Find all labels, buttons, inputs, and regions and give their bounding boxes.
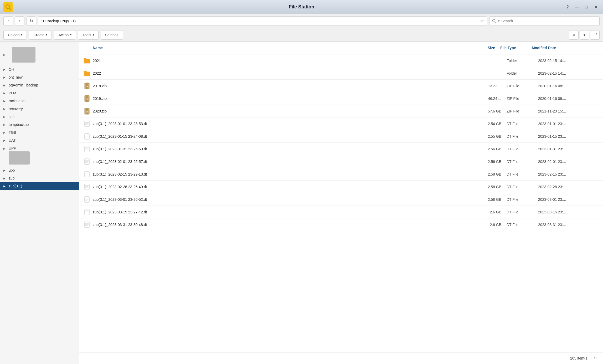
- file-date: 2023-02-01 23:...: [538, 160, 599, 164]
- table-row[interactable]: zup(3.1)_2023-03-15 23-27-42.dt 2.6 GB D…: [79, 206, 603, 218]
- sidebar-item-oht-new[interactable]: ▶ oht_new: [0, 73, 79, 81]
- file-type: DT File: [501, 160, 538, 164]
- favorite-button[interactable]: ☆: [480, 18, 484, 24]
- table-row[interactable]: 2021 Folder 2023-02-15 14:...: [79, 54, 603, 67]
- sidebar-item-pgadmin[interactable]: ▶ pgAdmin_ backup: [0, 81, 79, 89]
- file-name: zup(3.1)_2023-01-01 23-23-53.dt: [93, 122, 470, 126]
- sidebar-item-upp[interactable]: ▶ upp: [0, 166, 79, 174]
- svg-text:ZIP: ZIP: [86, 98, 89, 100]
- dt-file-icon: [83, 221, 91, 228]
- arrow-icon: ▶: [3, 53, 7, 56]
- view-dropdown-button[interactable]: ▾: [580, 30, 589, 40]
- sidebar-item-UPP[interactable]: ▶ UPP: [0, 144, 79, 166]
- table-row[interactable]: zup(3.1)_2023-03-01 23-26-52.dt 2.58 GB …: [79, 193, 603, 206]
- sidebar: ▶ ▶ OH ▶ oht_new ▶ pgAdmin_ backup ▶ PLM…: [0, 42, 79, 364]
- toolbar-right: ≡ ▾: [569, 30, 600, 40]
- sidebar-label: OH: [9, 67, 14, 71]
- address-bar[interactable]: 1C Backup › zup(3.1) ☆: [38, 16, 487, 26]
- main-window: File Station ? — □ ✕ ‹ › ↻ 1C Backup › z…: [0, 0, 603, 364]
- minimize-button[interactable]: —: [573, 3, 581, 11]
- sidebar-item-placeholder1[interactable]: ▶: [0, 44, 79, 65]
- search-input[interactable]: [501, 19, 597, 23]
- forward-button[interactable]: ›: [15, 16, 24, 26]
- settings-button[interactable]: Settings: [101, 30, 123, 40]
- sidebar-item-tempbackup[interactable]: ▶ tempbackup: [0, 121, 79, 129]
- table-row[interactable]: zup(3.1)_2023-01-31 23-25-50.dt 2.56 GB …: [79, 143, 603, 155]
- file-size: 2.6 GB: [470, 223, 501, 227]
- file-type: DT File: [501, 197, 538, 202]
- arrow-icon: ▶: [3, 76, 7, 79]
- create-label: Create: [33, 33, 44, 37]
- table-row[interactable]: ZIP 2019.zip 46.24 ... ZIP File 2020-01-…: [79, 92, 603, 105]
- table-row[interactable]: zup(3.1)_2023-01-01 23-23-53.dt 2.54 GB …: [79, 117, 603, 130]
- svg-rect-48: [85, 222, 89, 228]
- table-row[interactable]: zup(3.1)_2023-02-28 23-26-49.dt 2.58 GB …: [79, 181, 603, 193]
- sidebar-label: pgAdmin_ backup: [9, 83, 38, 87]
- refresh-nav-button[interactable]: ↻: [27, 16, 36, 26]
- dt-file-icon: [83, 120, 91, 127]
- close-button[interactable]: ✕: [592, 3, 600, 11]
- sidebar-item-UAT[interactable]: ▶ UAT: [0, 136, 79, 144]
- table-row[interactable]: zup(3.1)_2023-01-15 23-24-08.dt 2.55 GB …: [79, 130, 603, 143]
- file-date: 2023-01-15 23:...: [538, 134, 599, 139]
- sidebar-item-soft[interactable]: ▶ soft: [0, 113, 79, 121]
- status-refresh-button[interactable]: ↻: [591, 355, 599, 362]
- sidebar-label: oht_new: [9, 75, 23, 79]
- svg-text:ZIP: ZIP: [86, 111, 89, 113]
- file-name: 2022: [93, 71, 470, 75]
- table-row[interactable]: zup(3.1)_2023-02-01 23-25-57.dt 2.56 GB …: [79, 155, 603, 168]
- sidebar-item-OH[interactable]: ▶ OH: [0, 65, 79, 73]
- back-button[interactable]: ‹: [3, 16, 13, 26]
- dt-file-icon: [83, 196, 91, 203]
- sidebar-label: upp: [9, 168, 15, 172]
- tools-button[interactable]: Tools ▾: [78, 30, 99, 40]
- action-button[interactable]: Action ▾: [54, 30, 76, 40]
- file-date: 2023-03-15 23:...: [538, 210, 599, 214]
- sidebar-label: PLM: [9, 91, 16, 95]
- help-button[interactable]: ?: [564, 3, 571, 11]
- table-row[interactable]: zup(3.1)_2023-03-31 23-30-48.dt 2.6 GB D…: [79, 218, 603, 231]
- arrow-icon: ▶: [3, 123, 7, 126]
- file-type: ZIP File: [501, 84, 538, 88]
- column-name[interactable]: Name: [93, 46, 463, 50]
- nav-bar: ‹ › ↻ 1C Backup › zup(3.1) ☆ ▾: [0, 14, 603, 28]
- column-menu[interactable]: ⋮: [592, 46, 599, 50]
- search-dropdown-arrow[interactable]: ▾: [498, 19, 500, 23]
- search-bar[interactable]: ▾: [489, 16, 600, 26]
- upload-button[interactable]: Upload ▾: [3, 30, 27, 40]
- svg-rect-36: [85, 184, 89, 190]
- arrow-icon: ▶: [3, 169, 7, 172]
- file-type: DT File: [501, 185, 538, 189]
- sidebar-item-rackstation[interactable]: ▶ rackstation: [0, 97, 79, 105]
- svg-rect-16: [85, 121, 89, 127]
- sidebar-label: tempbackup: [9, 122, 29, 127]
- create-button[interactable]: Create ▾: [29, 30, 52, 40]
- arrow-icon: ▶: [3, 139, 7, 142]
- file-date: 2023-01-01 23:...: [538, 122, 599, 126]
- sidebar-item-TGB[interactable]: ▶ TGB: [0, 129, 79, 136]
- sidebar-item-zup31[interactable]: ▶ zup(3.1): [0, 182, 79, 190]
- maximize-button[interactable]: □: [583, 3, 590, 11]
- dt-file-icon: [83, 145, 91, 153]
- sidebar-item-zup[interactable]: ▶ zup: [0, 174, 79, 182]
- sidebar-item-PLM[interactable]: ▶ PLM: [0, 89, 79, 97]
- svg-line-3: [495, 22, 496, 23]
- title-bar-left: [3, 2, 13, 12]
- arrow-icon: ▶: [3, 107, 7, 110]
- settings-label: Settings: [105, 33, 118, 37]
- list-view-button[interactable]: ≡: [569, 30, 579, 40]
- sort-button[interactable]: [590, 30, 600, 40]
- arrow-icon: ▶: [3, 68, 7, 71]
- file-name: zup(3.1)_2023-02-28 23-26-49.dt: [93, 185, 470, 189]
- file-type: ZIP File: [501, 96, 538, 101]
- column-size[interactable]: Size: [463, 46, 495, 50]
- table-row[interactable]: ZIP 2020.zip 57.6 GB ZIP File 2021-11-23…: [79, 105, 603, 117]
- table-row[interactable]: zup(3.1)_2023-02-15 23-29-13.dt 2.58 GB …: [79, 168, 603, 181]
- column-date[interactable]: Modified Date: [532, 46, 592, 50]
- file-name: zup(3.1)_2023-02-01 23-25-57.dt: [93, 160, 470, 164]
- column-type[interactable]: File Type: [495, 46, 532, 50]
- sidebar-item-recovery[interactable]: ▶ recovery: [0, 105, 79, 113]
- table-row[interactable]: 2022 Folder 2023-02-15 14:...: [79, 67, 603, 80]
- table-row[interactable]: ZIP 2018.zip 13.22 ... ZIP File 2020-01-…: [79, 80, 603, 92]
- title-bar: File Station ? — □ ✕: [0, 0, 603, 14]
